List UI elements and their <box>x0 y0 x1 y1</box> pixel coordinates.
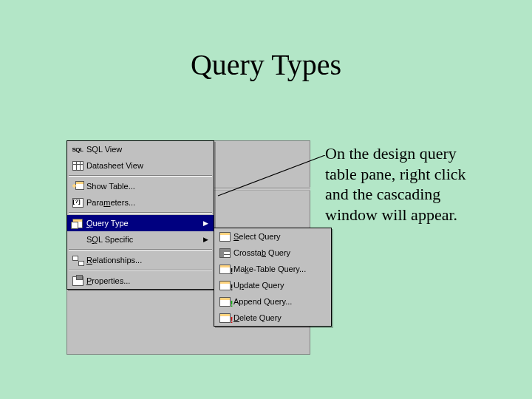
datasheet-icon <box>70 160 85 171</box>
submenu-arrow-icon: ▶ <box>203 236 211 243</box>
menu-label: Relationships... <box>85 256 211 265</box>
menu-sql-specific[interactable]: SQL Specific ▶ <box>67 231 214 248</box>
menu-label: Datasheet View <box>85 161 211 170</box>
query-type-icon <box>70 217 85 229</box>
blank-icon <box>70 233 85 245</box>
menu-label: Select Query <box>232 232 328 241</box>
menu-properties[interactable]: Properties... <box>67 273 214 289</box>
submenu-append-query[interactable]: Append Query... <box>214 293 331 310</box>
update-query-icon <box>217 279 232 291</box>
delete-query-icon <box>217 312 232 324</box>
submenu-delete-query[interactable]: Delete Query <box>214 310 331 326</box>
relationships-icon <box>70 254 85 266</box>
menu-label: Parameters... <box>85 198 211 207</box>
menu-parameters[interactable]: Parameters... <box>67 194 214 211</box>
sql-icon: SQL <box>70 143 85 155</box>
parameters-icon <box>70 197 85 208</box>
menu-separator <box>69 249 212 250</box>
menu-label: Crosstab Query <box>232 248 328 257</box>
submenu-arrow-icon: ▶ <box>203 219 211 227</box>
context-menu: SQL SQL View Datasheet View Show Table..… <box>66 140 214 290</box>
append-query-icon <box>217 296 232 307</box>
menu-relationships[interactable]: Relationships... <box>67 252 214 268</box>
submenu-crosstab-query[interactable]: Crosstab Query <box>214 245 331 261</box>
annotation-text: On the design query table pane, right cl… <box>325 143 488 225</box>
properties-icon <box>70 275 85 287</box>
menu-label: Query Type <box>85 219 203 228</box>
menu-separator <box>69 175 212 177</box>
menu-label: SQL Specific <box>85 235 203 244</box>
submenu-select-query[interactable]: Select Query <box>214 228 331 245</box>
menu-label: Make-Table Query... <box>232 265 328 273</box>
query-type-submenu: Select Query Crosstab Query Make-Table Q… <box>214 228 332 327</box>
menu-separator <box>69 270 212 271</box>
crosstab-icon <box>217 247 232 259</box>
menu-datasheet-view[interactable]: Datasheet View <box>67 157 214 174</box>
menu-sql-view[interactable]: SQL SQL View <box>67 141 214 157</box>
slide-title: Query Types <box>0 47 532 82</box>
select-query-icon <box>217 231 232 242</box>
menu-label: Delete Query <box>232 313 328 322</box>
menu-label: SQL View <box>85 145 211 154</box>
menu-label: Show Table... <box>85 182 211 191</box>
submenu-update-query[interactable]: Update Query <box>214 277 331 293</box>
submenu-make-table-query[interactable]: Make-Table Query... <box>214 261 331 277</box>
menu-query-type[interactable]: Query Type ▶ <box>67 215 214 231</box>
menu-show-table[interactable]: Show Table... <box>67 178 214 194</box>
menu-label: Update Query <box>232 281 328 290</box>
show-table-icon <box>70 180 85 192</box>
menu-separator <box>69 212 212 214</box>
menu-label: Properties... <box>85 276 211 285</box>
make-table-icon <box>217 263 232 275</box>
menu-label: Append Query... <box>232 297 328 306</box>
